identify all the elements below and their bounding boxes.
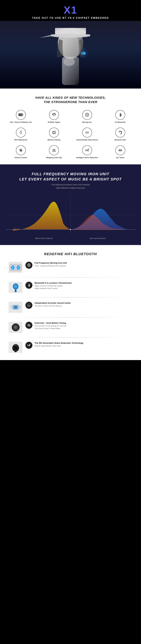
hero-image — [0, 21, 141, 88]
feature-volume: Volume Control — [6, 145, 36, 159]
memory-pairing-icon — [49, 128, 59, 138]
hifi-item-sound-cavity: Independent Acoustic Sound Cavity The Vo… — [8, 302, 132, 313]
hifi-feature-title-4: Instructor - level Motion Tuning — [34, 322, 132, 324]
svg-point-49 — [12, 266, 14, 269]
svg-point-54 — [28, 264, 30, 266]
updown-label: Up / Down — [116, 157, 124, 159]
hifi-item-bluetooth: Bluetooth 5.0 Lossless Transmission High… — [8, 282, 132, 293]
signal-label: 20 Meter Signal — [48, 121, 60, 124]
auto-connect-label: Automatically Interconnect — [76, 139, 98, 141]
hifi-text-4: Instructor - level Motion Tuning The Fun… — [34, 322, 132, 330]
hifi-image-black — [8, 342, 22, 353]
volume-label: Volume Control — [14, 157, 27, 159]
auto-connect-icon — [82, 128, 92, 138]
svg-rect-102 — [27, 345, 28, 346]
svg-point-82 — [13, 330, 14, 330]
hifi-text-2: Bluetooth 5.0 Lossless Transmission High… — [34, 282, 132, 290]
hifi-icon-2 — [26, 282, 32, 289]
hifi-icon-3 — [26, 302, 32, 309]
svg-point-51 — [17, 266, 19, 269]
svg-rect-62 — [14, 291, 17, 292]
tech-section: HAVE ALL KINDS OF NEW TECHNOLOGIES, THE … — [0, 88, 141, 164]
svg-marker-39 — [118, 149, 120, 152]
hifi-item-motion-tuning: Instructor - level Motion Tuning The Fun… — [8, 322, 132, 333]
hifi-title: REDEFINE HIFI BLUETOOTH — [8, 252, 132, 256]
updown-icon — [115, 145, 125, 155]
hero-section: X1 TAKE OUT TO USE BT V5.0 CHIPSET EMBED… — [0, 0, 141, 21]
hifi-text-5: The 8th Generation Noise Reduction Techn… — [34, 342, 132, 347]
feature-binaural: Binaural Calls — [105, 128, 135, 141]
svg-point-25 — [87, 132, 89, 133]
hifi-icon-1 — [26, 262, 32, 269]
hifi-feature-title-3: Independent Acoustic Sound Cavity — [34, 302, 132, 304]
svg-point-68 — [15, 307, 16, 308]
svg-rect-16 — [19, 114, 20, 116]
svg-rect-17 — [20, 114, 21, 116]
svg-point-81 — [18, 324, 18, 325]
hifi-content-4: Instructor - level Motion Tuning The Fun… — [26, 322, 132, 330]
svg-rect-15 — [22, 114, 23, 115]
features-grid: 100 + Hours Of Battery Life 20 Meter Sig… — [6, 110, 135, 159]
hifi-feature-desc-5: Restore High-definition Voice Calls — [34, 345, 132, 347]
binaural-icon — [115, 128, 125, 138]
battery-icon — [16, 110, 26, 120]
svg-point-87 — [28, 325, 29, 326]
svg-point-79 — [15, 327, 16, 328]
svg-point-32 — [21, 150, 22, 151]
hifi-image-tech — [8, 322, 22, 333]
feature-auto-connect: Automatically Interconnect — [72, 128, 102, 141]
hifi-item-full-frequency: Full Frequency Moving Iron Unit Three - … — [8, 262, 132, 273]
moving-iron-label: Moving Iron — [82, 121, 92, 124]
battery-label: 100 + Hours Of Battery Life — [10, 121, 32, 124]
feature-noise: Intelligent Noise Reduction — [72, 145, 102, 159]
waterproof-label: IP67 Waterproof — [14, 139, 27, 141]
hifi-icon-4 — [26, 322, 32, 329]
svg-point-21 — [86, 114, 88, 116]
music-section: FULL FREQUENCY MOVING IRON UNIT LET EVER… — [0, 164, 141, 245]
hifi-feature-title-5: The 8th Generation Noise Reduction Techn… — [34, 342, 132, 344]
bluetooth-label: 5.0 Bluetooth — [115, 121, 126, 124]
feature-updown: Up / Down — [105, 145, 135, 159]
bluetooth-icon — [115, 110, 125, 120]
svg-point-93 — [14, 346, 17, 350]
svg-point-83 — [18, 330, 18, 330]
hifi-section: REDEFINE HIFI BLUETOOTH — [0, 245, 141, 360]
hifi-image-component — [8, 302, 22, 313]
hifi-content-2: Bluetooth 5.0 Lossless Transmission High… — [26, 282, 132, 290]
hifi-icon-5 — [26, 342, 32, 349]
volume-icon — [16, 145, 26, 155]
weight-label: Weighing Only 4.6g — [46, 157, 62, 159]
hifi-item-noise-reduction: The 8th Generation Noise Reduction Techn… — [8, 342, 132, 353]
hifi-image-earbuds — [8, 262, 22, 273]
svg-rect-35 — [86, 150, 86, 151]
svg-line-57 — [30, 264, 30, 264]
noise-labels: Before Noise Reduction After Noise Reduc… — [6, 236, 135, 241]
svg-rect-18 — [21, 114, 22, 116]
svg-point-30 — [20, 150, 21, 151]
memory-pairing-label: Memory Pairing — [48, 139, 60, 141]
svg-rect-95 — [14, 344, 18, 346]
hifi-items: Full Frequency Moving Iron Unit Three - … — [8, 262, 132, 353]
hifi-content-5: The 8th Generation Noise Reduction Techn… — [26, 342, 132, 349]
moving-iron-icon — [82, 110, 92, 120]
feature-battery: 100 + Hours Of Battery Life — [6, 110, 36, 124]
weight-icon — [49, 145, 59, 155]
feature-moving-iron: Moving Iron — [72, 110, 102, 124]
tech-heading: HAVE ALL KINDS OF NEW TECHNOLOGIES, THE … — [6, 96, 135, 104]
hero-subtitle: TAKE OUT TO USE BT V5.0 CHIPSET EMBEDDED — [3, 16, 138, 20]
binaural-label: Binaural Calls — [114, 139, 126, 141]
waterproof-icon — [16, 128, 26, 138]
hifi-content-1: Full Frequency Moving Iron Unit Three - … — [26, 262, 132, 269]
svg-point-19 — [54, 115, 54, 116]
noise-icon — [82, 145, 92, 155]
feature-waterproof: IP67 Waterproof — [6, 128, 36, 141]
svg-point-60 — [14, 284, 17, 288]
hifi-image-chip — [8, 282, 22, 293]
music-title: FULL FREQUENCY MOVING IRON UNIT LET EVER… — [6, 172, 135, 182]
svg-point-24 — [86, 132, 87, 133]
signal-icon — [49, 110, 59, 120]
feature-weight: Weighing Only 4.6g — [39, 145, 69, 159]
feature-memory-pairing: Memory Pairing — [39, 128, 69, 141]
hifi-text-1: Full Frequency Moving Iron Unit Three - … — [34, 262, 132, 267]
svg-point-44 — [70, 229, 71, 230]
